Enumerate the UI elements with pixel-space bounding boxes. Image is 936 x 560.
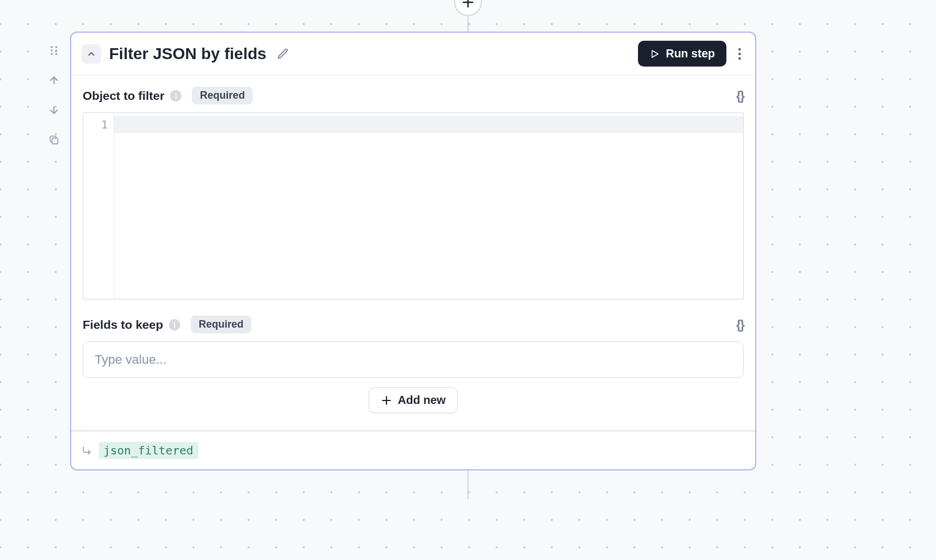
duplicate-button[interactable]	[45, 131, 63, 149]
line-number: 1	[88, 118, 108, 131]
svg-point-4	[51, 53, 53, 55]
fields-to-keep-input[interactable]	[83, 341, 744, 378]
drag-handle-button[interactable]	[45, 41, 63, 60]
field-label-row: Object to filter i Required {}	[83, 87, 744, 104]
object-to-filter-label: Object to filter	[83, 89, 164, 103]
top-connector	[454, 0, 482, 32]
svg-point-2	[51, 49, 53, 52]
collapse-button[interactable]	[82, 44, 101, 64]
run-step-label: Run step	[666, 47, 715, 60]
arrow-up-icon	[48, 75, 60, 86]
step-card: Filter JSON by fields Run step Object to…	[70, 32, 756, 470]
svg-point-0	[51, 46, 53, 48]
active-line-highlight	[114, 116, 743, 133]
run-step-button[interactable]: Run step	[638, 41, 726, 67]
object-to-filter-editor[interactable]: 1	[83, 112, 744, 300]
svg-point-7	[738, 48, 741, 50]
output-footer: json_filtered	[71, 430, 755, 469]
drag-handle-icon	[48, 45, 60, 56]
more-vertical-icon	[738, 48, 741, 60]
editor-content[interactable]	[114, 113, 743, 299]
object-to-filter-field: Object to filter i Required {} 1	[83, 87, 744, 300]
fields-to-keep-field: Fields to keep i Required {} Add new	[83, 316, 744, 413]
svg-point-3	[55, 49, 57, 52]
required-badge: Required	[192, 87, 253, 104]
info-icon[interactable]: i	[169, 319, 180, 330]
info-icon[interactable]: i	[170, 90, 181, 102]
add-step-above-button[interactable]	[454, 0, 482, 16]
required-badge: Required	[191, 316, 252, 333]
arrow-down-icon	[48, 104, 60, 116]
card-header: Filter JSON by fields Run step	[71, 33, 755, 75]
output-arrow-icon	[82, 445, 93, 456]
connector-line	[467, 16, 469, 32]
card-body: Object to filter i Required {} 1 Fields …	[71, 75, 755, 430]
add-new-row: Add new	[83, 387, 744, 413]
add-new-label: Add new	[398, 394, 446, 407]
move-up-button[interactable]	[45, 71, 63, 90]
step-title: Filter JSON by fields	[109, 45, 266, 63]
bottom-connector-line	[467, 470, 469, 499]
svg-point-1	[55, 46, 57, 48]
fields-to-keep-label: Fields to keep	[83, 318, 163, 332]
add-new-button[interactable]: Add new	[369, 387, 458, 413]
copy-icon	[48, 134, 60, 146]
plus-icon	[381, 395, 392, 406]
svg-point-8	[738, 52, 741, 55]
side-toolbar	[45, 41, 63, 149]
edit-title-button[interactable]	[277, 48, 289, 60]
move-down-button[interactable]	[45, 101, 63, 119]
insert-variable-button[interactable]: {}	[736, 317, 744, 332]
insert-variable-button[interactable]: {}	[736, 88, 744, 103]
play-icon	[649, 49, 660, 59]
svg-point-9	[738, 57, 741, 59]
field-label-row: Fields to keep i Required {}	[83, 316, 744, 333]
pencil-icon	[277, 48, 289, 60]
svg-rect-6	[52, 138, 58, 144]
more-options-button[interactable]	[734, 44, 745, 64]
editor-gutter: 1	[83, 113, 114, 299]
svg-point-5	[55, 53, 57, 55]
chevron-up-icon	[86, 49, 96, 59]
output-variable-name[interactable]: json_filtered	[99, 442, 198, 459]
plus-icon	[461, 0, 475, 9]
